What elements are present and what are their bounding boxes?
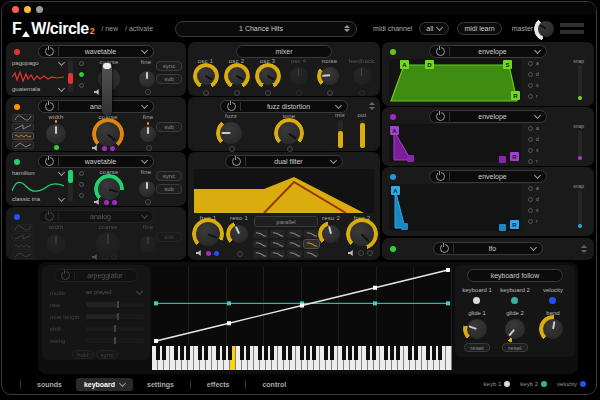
lfo-type-dropdown[interactable]: lfo — [433, 242, 543, 255]
waveshape-triangle-button[interactable] — [12, 251, 34, 259]
mod-slot[interactable] — [234, 90, 240, 96]
osc2-width-mod-dot[interactable] — [54, 145, 59, 150]
black-key[interactable] — [264, 346, 268, 360]
radio-s[interactable] — [528, 148, 533, 153]
black-key[interactable] — [348, 346, 352, 360]
radio-r[interactable] — [528, 219, 533, 224]
osc4-coarse-knob[interactable] — [96, 232, 120, 256]
panel-scroll-icon[interactable] — [581, 245, 587, 253]
envelope1-graph[interactable]: A D S R — [389, 59, 521, 102]
tab-keyboard[interactable]: keyboard — [76, 378, 133, 391]
midi-channel-select[interactable]: all — [419, 22, 449, 35]
mod-slot[interactable] — [203, 90, 209, 96]
power-icon[interactable] — [232, 157, 241, 166]
tone-knob[interactable] — [278, 122, 300, 144]
keyboard1-source-dot[interactable] — [473, 297, 480, 304]
filter-routing-button[interactable]: parallel — [254, 216, 318, 227]
black-key[interactable] — [216, 346, 220, 360]
osc3-enable-dot[interactable] — [14, 159, 20, 165]
radio-s[interactable] — [528, 208, 533, 213]
attack-handle[interactable]: A — [391, 186, 400, 195]
lfo-enable-dot[interactable] — [390, 246, 396, 252]
osc4-sub-button[interactable]: sub — [156, 232, 182, 242]
master-knob[interactable] — [538, 21, 554, 37]
mix-slider[interactable] — [338, 120, 343, 148]
osc1-sync-button[interactable]: sync — [156, 61, 182, 71]
radio-s[interactable] — [528, 83, 533, 88]
black-key[interactable] — [432, 346, 436, 360]
black-key[interactable] — [222, 346, 226, 360]
filter-shape-button[interactable] — [253, 230, 268, 238]
close-button[interactable] — [12, 6, 19, 13]
black-key[interactable] — [312, 346, 316, 360]
filter-shape-button[interactable] — [270, 250, 285, 258]
osc3-type-dropdown[interactable]: wavetable — [38, 155, 154, 168]
osc2-enable-dot[interactable] — [14, 104, 20, 110]
black-key[interactable] — [246, 346, 250, 360]
waveshape-triangle-button[interactable] — [12, 141, 34, 149]
keyboard2-source-dot[interactable] — [511, 297, 518, 304]
fullscreen-button[interactable] — [36, 6, 43, 13]
decay-handle[interactable] — [407, 155, 414, 162]
power-icon[interactable] — [227, 102, 236, 111]
osc3-sub-button[interactable]: sub — [156, 184, 182, 194]
mod-slot[interactable] — [359, 90, 365, 96]
black-key[interactable] — [396, 346, 400, 360]
osc2-type-dropdown[interactable]: analog — [38, 100, 154, 113]
black-key[interactable] — [342, 346, 346, 360]
mixer-noise-knob[interactable] — [321, 67, 339, 85]
osc1-fine-mod-slot[interactable] — [145, 89, 151, 95]
filter-shape-button[interactable] — [287, 230, 302, 238]
osc3-wavetable-position-slider[interactable] — [68, 170, 73, 202]
osc1-waveform-display[interactable] — [12, 68, 64, 86]
envelope2-enable-dot[interactable] — [390, 114, 396, 120]
release-handle[interactable]: R — [510, 152, 519, 161]
mixer-osc2-knob[interactable] — [228, 67, 246, 85]
filter-shape-button[interactable] — [304, 230, 319, 238]
freq2-mod-indicators[interactable] — [348, 250, 373, 256]
osc4-enable-dot[interactable] — [14, 214, 20, 220]
freq2-knob[interactable] — [350, 222, 374, 246]
filter-shape-button[interactable] — [270, 240, 285, 248]
filter-response-display[interactable] — [194, 169, 374, 213]
power-icon[interactable] — [436, 172, 445, 181]
black-key[interactable] — [372, 346, 376, 360]
osc1-type-dropdown[interactable]: wavetable — [38, 45, 154, 58]
osc3-waveform-display[interactable] — [12, 178, 64, 196]
osc2-fine-mod-slot[interactable] — [146, 145, 152, 151]
osc2-coarse-knob[interactable] — [96, 122, 120, 146]
black-key[interactable] — [258, 346, 262, 360]
radio-r[interactable] — [528, 94, 533, 99]
osc1-mod-slot[interactable] — [79, 83, 84, 88]
waveshape-saw-button[interactable] — [12, 233, 34, 241]
black-key[interactable] — [354, 346, 358, 360]
envelope3-amount-slider[interactable] — [578, 190, 582, 228]
decay-handle[interactable] — [401, 223, 408, 230]
arpeggiator-header[interactable]: arpeggiator — [54, 269, 138, 282]
filter-shape-button[interactable] — [304, 250, 319, 258]
mod-slot[interactable] — [265, 90, 271, 96]
osc3-mod-slot[interactable] — [79, 171, 84, 176]
black-key[interactable] — [240, 346, 244, 360]
osc1-mod-slot[interactable] — [79, 61, 84, 66]
power-icon[interactable] — [45, 47, 54, 56]
power-icon[interactable] — [440, 244, 449, 253]
black-key[interactable] — [408, 346, 412, 360]
black-key[interactable] — [270, 346, 274, 360]
power-icon[interactable] — [436, 47, 445, 56]
arp-hold-button[interactable]: hold — [72, 350, 94, 359]
black-key[interactable] — [330, 346, 334, 360]
black-key[interactable] — [366, 346, 370, 360]
osc1-wavetable-position-slider[interactable] — [68, 60, 73, 92]
black-key[interactable] — [300, 346, 304, 360]
osc3-sync-button[interactable]: sync — [156, 171, 182, 181]
out-slider[interactable] — [360, 120, 365, 148]
black-key[interactable] — [384, 346, 388, 360]
kb-follow-lines[interactable] — [152, 267, 452, 346]
tab-sounds[interactable]: sounds — [37, 381, 62, 388]
black-key[interactable] — [198, 346, 202, 360]
filter-type-dropdown[interactable]: dual filter — [225, 155, 343, 168]
black-key[interactable] — [228, 346, 232, 360]
osc4-fine-knob[interactable] — [140, 236, 156, 252]
freq1-knob[interactable] — [196, 222, 220, 246]
